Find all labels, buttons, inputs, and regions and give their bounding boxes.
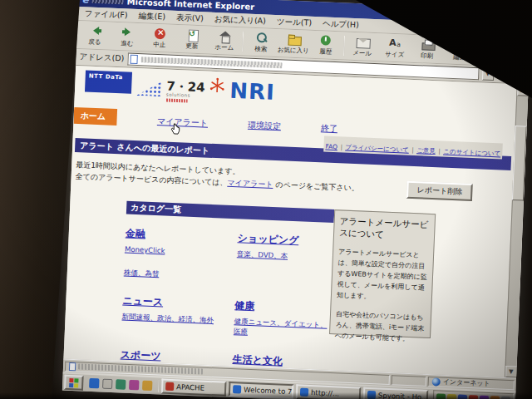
- tray-display-icon[interactable]: [480, 395, 489, 399]
- search-icon: [254, 31, 269, 44]
- category-sports[interactable]: スポーツ: [120, 347, 161, 363]
- ie-quicklaunch-icon[interactable]: [89, 378, 99, 388]
- home-label: ホーム: [214, 42, 234, 52]
- scrollbar-thumb[interactable]: [512, 126, 527, 201]
- nri-logo: NRI: [229, 80, 276, 103]
- menu-favorites[interactable]: お気に入り(A): [214, 13, 267, 27]
- back-label: 戻る: [88, 37, 101, 47]
- link-faq[interactable]: FAQ: [325, 143, 337, 151]
- browser-viewport: NTT DaTa 7・24 solutions: [63, 66, 528, 378]
- nav-settings[interactable]: 環境設定: [248, 120, 282, 133]
- menu-tools[interactable]: ツール(T): [277, 17, 313, 29]
- nri-star-icon: [209, 77, 225, 95]
- catalog-heading: カタログ一覧: [126, 201, 334, 223]
- fontsize-button[interactable]: サイズ: [378, 34, 411, 62]
- channels-icon[interactable]: [129, 380, 139, 390]
- menu-view[interactable]: 表示(V): [176, 12, 204, 23]
- ie-task-icon: [367, 391, 376, 399]
- tab-home[interactable]: ホーム: [73, 107, 117, 126]
- tray-volume-icon[interactable]: [436, 393, 446, 399]
- title-prefix-smudge: [92, 0, 124, 4]
- print-button[interactable]: 印刷: [411, 36, 444, 63]
- address-dropdown-button[interactable]: ▼: [482, 67, 495, 81]
- history-label: 履歴: [319, 47, 332, 57]
- show-desktop-icon[interactable]: [116, 379, 126, 389]
- scroll-down-button[interactable]: ▼: [505, 366, 518, 378]
- forward-label: 進む: [121, 39, 134, 48]
- task-welcome-724[interactable]: Welcome to 724L...: [229, 382, 294, 399]
- messenger-button[interactable]: Messenger: [475, 38, 509, 66]
- catalog-cell-news: ニュース 新聞速報、政治、経済、海外: [121, 292, 235, 337]
- my-alert-link[interactable]: マイアラート: [227, 179, 273, 189]
- catalog-cell-health: 健康 健康ニュース、ダイエット、医療: [234, 296, 331, 341]
- category-health[interactable]: 健康: [234, 298, 255, 313]
- task-http-page[interactable]: http://...: [296, 384, 362, 399]
- category-news[interactable]: ニュース: [122, 294, 164, 310]
- quick-launch: [86, 378, 155, 392]
- mail-button[interactable]: メール: [346, 33, 379, 61]
- messenger-icon: [485, 42, 500, 55]
- mail-label: メール: [352, 48, 372, 57]
- search-label: 検索: [254, 44, 267, 53]
- task-http-label: http://...: [311, 388, 340, 397]
- link-music-dvd-books[interactable]: 音楽、DVD、本: [237, 249, 332, 264]
- menu-help[interactable]: ヘルプ(H): [323, 18, 359, 31]
- search-button[interactable]: 検索: [244, 28, 278, 56]
- tray-network-icon[interactable]: [458, 394, 467, 399]
- task-spyonit[interactable]: Spyonit - Ho...: [363, 387, 429, 399]
- link-health-topics[interactable]: 健康ニュース、ダイエット、医療: [234, 317, 330, 341]
- print-icon: [420, 38, 436, 52]
- catalog-cell-shopping: ショッピング 音楽、DVD、本: [236, 229, 334, 287]
- category-finance[interactable]: 金融: [126, 227, 146, 242]
- nav-exit[interactable]: 終了: [321, 122, 338, 135]
- delete-report-button[interactable]: レポート削除: [406, 181, 472, 201]
- tray-antivirus-icon[interactable]: [447, 393, 456, 399]
- edit-button[interactable]: 編集: [443, 37, 476, 64]
- tray-messenger-icon[interactable]: [490, 396, 500, 399]
- go-icon: ➤: [500, 70, 507, 79]
- refresh-button[interactable]: 更新: [175, 26, 209, 53]
- menu-file[interactable]: ファイル(F): [85, 8, 128, 21]
- catalog-grid: 金融 MoneyClick 株価、為替 ショッピング 音楽、DVD、本 ニュース…: [120, 224, 333, 377]
- internet-zone-icon: [432, 377, 441, 386]
- media-icon[interactable]: [142, 381, 152, 391]
- forward-button[interactable]: 進む: [111, 23, 144, 51]
- tray-scheduler-icon[interactable]: [469, 395, 478, 399]
- dots-pattern: [136, 81, 162, 96]
- go-button[interactable]: ➤ 移動: [497, 69, 526, 81]
- nav-my-alert[interactable]: マイアラート: [157, 116, 209, 130]
- alert-mail-info-box: アラートメールサービスについて アラートメールサービスとは、簡単な設定で自分の注…: [329, 209, 436, 338]
- outlook-quicklaunch-icon[interactable]: [102, 379, 112, 389]
- start-button[interactable]: [64, 375, 84, 391]
- catalog-cell-finance: 金融 MoneyClick 株価、為替: [124, 224, 239, 283]
- task-spyonit-label: Spyonit - Ho...: [378, 392, 428, 399]
- link-feedback[interactable]: ご意見: [409, 146, 436, 155]
- history-button[interactable]: 履歴: [309, 32, 342, 59]
- menu-edit[interactable]: 編集(E): [138, 11, 165, 22]
- tray-updater-icon[interactable]: [501, 396, 510, 399]
- back-icon: [87, 24, 103, 37]
- sidebar-paragraph-2: 自宅や会社のパソコンはもちろん、携帯電話、iモード端末へのメールも可能です。: [335, 308, 426, 344]
- link-stocks-fx[interactable]: 株価、為替: [124, 268, 236, 283]
- brand-724: 7・24 solutions: [166, 74, 206, 104]
- scroll-up-button[interactable]: ▲: [517, 84, 529, 96]
- status-doc-icon: [69, 362, 76, 370]
- link-about-site[interactable]: このサイトについて: [436, 147, 501, 157]
- link-news-topics[interactable]: 新聞速報、政治、経済、海外: [121, 313, 234, 328]
- link-privacy[interactable]: プライバシーについて: [337, 143, 409, 154]
- refresh-icon: [185, 28, 200, 42]
- favorites-label: お気に入り: [278, 46, 309, 56]
- task-apache[interactable]: APACHE: [161, 379, 227, 397]
- nav-my-alert-label: マイアラート: [157, 116, 209, 128]
- history-icon: [318, 34, 334, 47]
- stop-button[interactable]: 中止: [143, 24, 176, 52]
- link-moneyclick[interactable]: MoneyClick: [125, 245, 237, 259]
- task-apache-label: APACHE: [176, 382, 204, 392]
- home-button[interactable]: ホーム: [208, 27, 241, 55]
- category-shopping[interactable]: ショッピング: [237, 231, 298, 248]
- favorites-button[interactable]: お気に入り: [277, 30, 310, 57]
- sidebar-paragraph-1: アラートメールサービスとは、簡単な設定で自分の注目するWEBサイトを定期的に監視…: [337, 246, 429, 303]
- sidebar-title: アラートメールサービスについて: [339, 214, 430, 241]
- home-icon: [217, 30, 233, 43]
- back-button[interactable]: 戻る: [78, 22, 111, 49]
